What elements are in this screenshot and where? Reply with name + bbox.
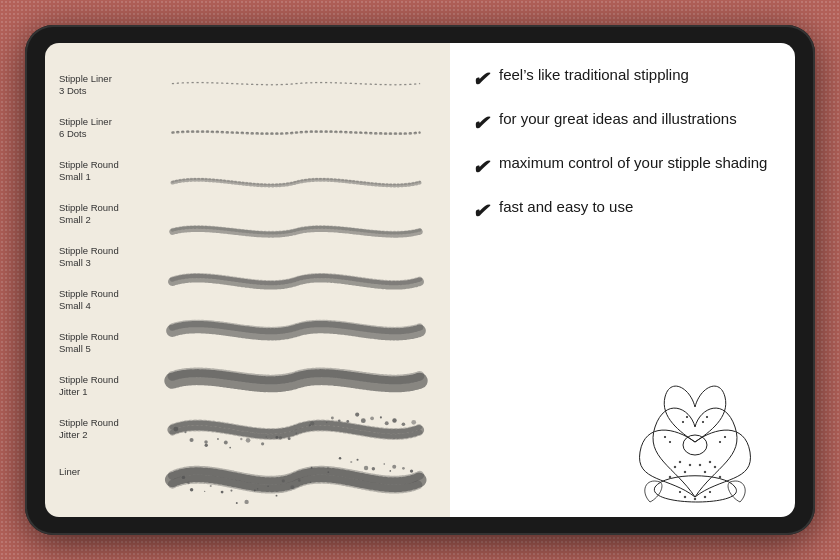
svg-point-7 bbox=[229, 447, 231, 449]
svg-point-67 bbox=[709, 461, 711, 463]
svg-point-15 bbox=[296, 433, 297, 434]
svg-point-17 bbox=[310, 422, 314, 426]
feature-text-ideas: for your great ideas and illustrations bbox=[499, 109, 737, 129]
checkmark-icon: ✔ bbox=[472, 111, 489, 135]
stroke-row-6 bbox=[160, 356, 432, 405]
svg-point-56 bbox=[389, 470, 391, 472]
svg-point-3 bbox=[204, 440, 208, 444]
svg-point-63 bbox=[684, 471, 686, 473]
feature-text-control: maximum control of your stipple shading bbox=[499, 153, 767, 173]
brush-label-stipple-round-jitter-2: Stipple RoundJitter 2 bbox=[59, 417, 119, 441]
svg-point-61 bbox=[674, 466, 676, 468]
svg-point-81 bbox=[704, 496, 706, 498]
svg-point-72 bbox=[669, 441, 670, 442]
svg-point-39 bbox=[254, 489, 256, 491]
checkmark-icon: ✔ bbox=[472, 67, 489, 91]
flower-illustration bbox=[595, 337, 795, 517]
brush-name-stipple-round-jitter-1: Stipple RoundJitter 1 bbox=[59, 364, 160, 407]
svg-point-23 bbox=[361, 418, 366, 423]
svg-point-42 bbox=[276, 494, 278, 496]
svg-point-43 bbox=[282, 479, 285, 482]
stroke-row-1 bbox=[160, 108, 432, 157]
brush-label-stipple-round-jitter-1: Stipple RoundJitter 1 bbox=[59, 374, 119, 398]
svg-point-30 bbox=[182, 475, 185, 478]
svg-point-70 bbox=[699, 464, 701, 466]
features-panel: ✔feel’s like traditional stippling✔for y… bbox=[450, 43, 795, 517]
svg-point-0 bbox=[173, 427, 178, 432]
svg-point-8 bbox=[240, 438, 242, 440]
svg-point-20 bbox=[338, 420, 341, 423]
svg-point-83 bbox=[709, 491, 710, 492]
brush-name-stipple-liner-3: Stipple Liner3 Dots bbox=[59, 63, 160, 106]
svg-point-66 bbox=[714, 466, 716, 468]
stroke-row-7 bbox=[160, 405, 432, 454]
svg-point-58 bbox=[402, 467, 405, 470]
svg-point-14 bbox=[288, 437, 291, 440]
brush-name-list: Stipple Liner3 DotsStipple Liner6 DotsSt… bbox=[45, 55, 160, 505]
svg-point-48 bbox=[327, 467, 328, 468]
svg-point-38 bbox=[244, 499, 248, 503]
stroke-row-4 bbox=[160, 257, 432, 306]
svg-point-62 bbox=[679, 461, 681, 463]
svg-point-10 bbox=[261, 442, 264, 445]
brush-label-stipple-liner-3: Stipple Liner3 Dots bbox=[59, 73, 112, 97]
brush-stroke-list bbox=[160, 55, 442, 505]
svg-point-34 bbox=[210, 485, 212, 487]
svg-point-2 bbox=[190, 438, 194, 442]
svg-point-46 bbox=[310, 481, 311, 482]
stroke-row-2 bbox=[160, 158, 432, 207]
svg-point-27 bbox=[392, 418, 396, 422]
svg-point-13 bbox=[279, 437, 283, 441]
svg-point-69 bbox=[719, 476, 721, 478]
svg-point-9 bbox=[246, 438, 251, 443]
svg-point-47 bbox=[311, 466, 313, 468]
svg-point-64 bbox=[689, 464, 691, 466]
svg-point-55 bbox=[384, 463, 385, 464]
svg-point-31 bbox=[187, 481, 190, 484]
svg-point-12 bbox=[275, 436, 278, 439]
checkmark-icon: ✔ bbox=[472, 155, 489, 179]
brush-name-stipple-liner-6: Stipple Liner6 Dots bbox=[59, 106, 160, 149]
svg-point-6 bbox=[224, 441, 228, 445]
svg-point-80 bbox=[694, 498, 696, 500]
feature-item-feel: ✔feel’s like traditional stippling bbox=[472, 65, 775, 91]
checkmark-icon: ✔ bbox=[472, 199, 489, 223]
brush-label-stipple-liner-6: Stipple Liner6 Dots bbox=[59, 116, 112, 140]
svg-point-35 bbox=[221, 490, 224, 493]
svg-point-29 bbox=[411, 420, 416, 425]
brush-name-stipple-round-small-4: Stipple RoundSmall 4 bbox=[59, 278, 160, 321]
svg-point-75 bbox=[682, 421, 683, 422]
svg-point-22 bbox=[355, 413, 359, 417]
svg-point-53 bbox=[364, 465, 368, 469]
stroke-row-0 bbox=[160, 59, 432, 108]
brush-name-liner: Liner bbox=[59, 450, 160, 493]
feature-item-easy: ✔fast and easy to use bbox=[472, 197, 775, 223]
svg-point-78 bbox=[706, 416, 707, 417]
brush-label-stipple-round-small-3: Stipple RoundSmall 3 bbox=[59, 245, 119, 269]
svg-point-76 bbox=[686, 416, 687, 417]
svg-point-77 bbox=[702, 421, 703, 422]
stroke-row-5 bbox=[160, 306, 432, 355]
brush-label-stipple-round-small-2: Stipple RoundSmall 2 bbox=[59, 202, 119, 226]
brush-name-stipple-round-small-2: Stipple RoundSmall 2 bbox=[59, 192, 160, 235]
tablet-device: Stipple Liner3 DotsStipple Liner6 DotsSt… bbox=[25, 25, 815, 535]
feature-text-feel: feel’s like traditional stippling bbox=[499, 65, 689, 85]
svg-point-57 bbox=[392, 464, 396, 468]
svg-point-25 bbox=[380, 417, 382, 419]
brush-label-liner: Liner bbox=[59, 466, 80, 478]
svg-point-52 bbox=[357, 458, 359, 460]
svg-point-18 bbox=[326, 422, 327, 423]
svg-point-79 bbox=[684, 496, 686, 498]
stroke-row-9 bbox=[160, 504, 432, 517]
brush-name-stipple-round-small-1: Stipple RoundSmall 1 bbox=[59, 149, 160, 192]
brush-showcase-panel: Stipple Liner3 DotsStipple Liner6 DotsSt… bbox=[45, 43, 450, 517]
svg-point-19 bbox=[331, 417, 334, 420]
svg-point-45 bbox=[298, 479, 300, 481]
svg-point-32 bbox=[190, 488, 193, 491]
brush-name-stipple-round-jitter-2: Stipple RoundJitter 2 bbox=[59, 407, 160, 450]
svg-point-4 bbox=[205, 444, 208, 447]
svg-point-49 bbox=[327, 471, 329, 473]
tablet-screen: Stipple Liner3 DotsStipple Liner6 DotsSt… bbox=[45, 43, 795, 517]
svg-point-44 bbox=[290, 485, 294, 489]
svg-point-21 bbox=[346, 420, 349, 423]
